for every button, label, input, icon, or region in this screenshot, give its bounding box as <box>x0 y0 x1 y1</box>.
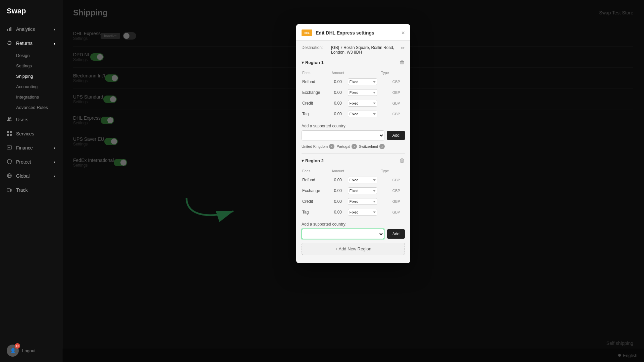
add-new-region-button[interactable]: + Add New Region <box>302 243 405 255</box>
fee-type-select[interactable]: FixedPercentage <box>348 198 377 205</box>
fee-row-refund-2: Refund 0.00 FixedPercentage GBP <box>302 175 404 185</box>
fee-name: Refund <box>302 77 328 87</box>
fee-name: Refund <box>302 175 328 185</box>
fee-type-select[interactable]: FixedPercentage <box>348 209 377 216</box>
sidebar-sub-integrations[interactable]: Integrations <box>16 92 62 102</box>
svg-point-3 <box>8 117 10 119</box>
sidebar-sub-design[interactable]: Design <box>16 50 62 61</box>
fee-name: Exchange <box>302 87 328 98</box>
modal-title: Edit DHL Express settings <box>316 30 398 36</box>
fee-row-exchange-2: Exchange 0.00 FixedPercentage GBP <box>302 186 404 196</box>
destination-value: [GB] 7 Roslin Square, Roslin Road, Londo… <box>331 45 398 55</box>
region1-country-select[interactable] <box>302 130 384 140</box>
fee-currency: GBP <box>391 90 400 95</box>
fee-name: Tag <box>302 109 328 119</box>
modal-body: Destination: [GB] 7 Roslin Square, Rosli… <box>296 41 410 263</box>
sidebar-sub-advanced-rules[interactable]: Advanced Rules <box>16 102 62 113</box>
chevron-icon: ▾ <box>54 146 55 150</box>
fee-currency: GBP <box>391 178 400 182</box>
svg-rect-6 <box>10 131 12 133</box>
returns-icon <box>7 40 13 46</box>
remove-country-button[interactable]: × <box>352 144 357 149</box>
track-icon <box>7 187 13 193</box>
svg-rect-8 <box>10 134 12 136</box>
country-tag-label: United Kingdom <box>302 144 328 148</box>
close-button[interactable]: × <box>401 30 405 36</box>
fee-amount: 0.00 <box>329 186 347 196</box>
fee-currency: GBP <box>391 112 400 116</box>
remove-country-button[interactable]: × <box>329 144 334 149</box>
region2-fees-table: Fees Amount Type Refund 0.00 FixedPercen… <box>302 167 405 218</box>
region2-header: ▾ Region 2 🗑 <box>302 158 405 164</box>
fee-amount: 0.00 <box>329 109 347 119</box>
sidebar-sub-settings[interactable]: Settings <box>16 61 62 71</box>
fee-name: Credit <box>302 196 328 206</box>
add-country-row-2: Add <box>302 229 405 239</box>
svg-rect-7 <box>7 134 9 136</box>
logout-area[interactable]: 👤 12 Logout <box>0 339 62 362</box>
fee-type-select[interactable]: FixedPercentage <box>348 78 377 85</box>
svg-point-14 <box>8 191 9 192</box>
svg-rect-0 <box>7 29 8 31</box>
region1-add-country-button[interactable]: Add <box>387 131 405 140</box>
region2-country-select[interactable] <box>302 229 384 239</box>
sidebar-item-analytics[interactable]: Analytics ▾ <box>0 22 62 36</box>
region1-delete-button[interactable]: 🗑 <box>399 59 405 65</box>
dhl-logo: DHL <box>302 29 312 36</box>
region1-title[interactable]: ▾ Region 1 <box>302 60 399 65</box>
svg-rect-13 <box>7 189 10 191</box>
region1-fees-table: Fees Amount Type Refund 0.00 FixedPercen… <box>302 69 405 120</box>
country-tag-portugal: Portugal × <box>336 144 357 149</box>
sidebar-item-track[interactable]: Track <box>0 183 62 197</box>
region2-title[interactable]: ▾ Region 2 <box>302 158 399 163</box>
sidebar-sub-shipping[interactable]: Shipping <box>16 71 62 81</box>
svg-point-4 <box>10 117 11 119</box>
users-icon <box>7 117 13 123</box>
sidebar-item-users[interactable]: Users <box>0 113 62 127</box>
fee-currency: GBP <box>391 189 400 193</box>
sidebar-item-services[interactable]: Services <box>0 127 62 141</box>
fee-type-select[interactable]: FixedPercentage <box>348 100 377 107</box>
fee-type-select[interactable]: FixedPercentage <box>348 89 377 96</box>
returns-submenu: Design Settings Shipping Accounting Inte… <box>0 50 62 113</box>
fee-name: Credit <box>302 98 328 108</box>
sidebar-sub-accounting[interactable]: Accounting <box>16 81 62 92</box>
fee-type-select[interactable]: FixedPercentage <box>348 187 377 194</box>
fee-name: Tag <box>302 207 328 217</box>
col-type: Type <box>348 69 390 76</box>
main-content: Shipping Swap Test Store DHL Express Set… <box>62 0 644 362</box>
finance-icon <box>7 145 13 151</box>
fee-type-select[interactable]: FixedPercentage <box>348 111 377 117</box>
fee-amount: 0.00 <box>329 175 347 185</box>
sidebar-item-returns[interactable]: Returns ▴ <box>0 36 62 50</box>
sidebar-item-finance[interactable]: Finance ▾ <box>0 141 62 155</box>
sidebar-item-label: Users <box>16 117 29 122</box>
chevron-icon: ▾ <box>54 27 55 31</box>
fee-amount: 0.00 <box>329 196 347 206</box>
logout-label[interactable]: Logout <box>22 348 36 353</box>
region2-delete-button[interactable]: 🗑 <box>399 158 405 164</box>
fee-amount: 0.00 <box>329 98 347 108</box>
remove-country-button[interactable]: × <box>379 144 385 149</box>
sidebar-item-global[interactable]: Global ▾ <box>0 169 62 183</box>
col-type: Type <box>348 168 390 174</box>
region2-add-country-button[interactable]: Add <box>387 229 405 239</box>
protect-icon <box>7 159 13 165</box>
fee-type-select[interactable]: FixedPercentage <box>348 177 377 183</box>
sidebar-item-label: Global <box>16 173 30 179</box>
svg-rect-1 <box>9 28 10 31</box>
sidebar-item-label: Finance <box>16 145 33 150</box>
chevron-down-icon: ▾ <box>302 158 304 163</box>
chevron-icon: ▴ <box>54 42 55 45</box>
add-country-label-2: Add a supported country: <box>302 222 405 227</box>
country-tag-label: Switzerland <box>359 144 378 148</box>
fee-amount: 0.00 <box>329 207 347 217</box>
fee-row-exchange: Exchange 0.00 FixedPercentage GBP <box>302 87 404 98</box>
edit-destination-button[interactable]: ✏ <box>401 45 405 51</box>
sidebar-item-protect[interactable]: Protect ▾ <box>0 155 62 169</box>
region1-header: ▾ Region 1 🗑 <box>302 59 405 65</box>
chevron-icon: ▾ <box>54 160 55 164</box>
chart-icon <box>7 26 13 32</box>
modal-header: DHL Edit DHL Express settings × <box>296 24 410 41</box>
app-logo: Swap <box>0 0 62 22</box>
